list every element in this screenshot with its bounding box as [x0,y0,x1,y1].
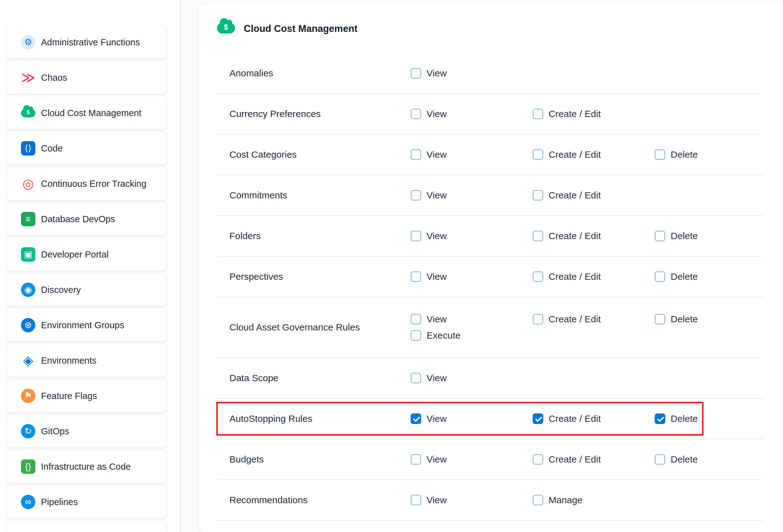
sidebar-item-infrastructure-as-code[interactable]: {} Infrastructure as Code [7,450,166,483]
chaos-icon: ≫ [21,70,35,85]
permission-label: Delete [671,231,698,241]
permission-create-edit[interactable]: Create / Edit [533,413,655,424]
permission-rows: Anomalies View Currency Preferences View… [217,53,763,521]
sidebar-item-database-devops[interactable]: ≡ Database DevOps [7,203,166,235]
permission-view[interactable]: View [411,231,533,241]
checkbox-unchecked[interactable] [533,271,543,282]
permission-view[interactable]: View [411,413,533,424]
checkbox-checked[interactable] [655,413,665,424]
checkbox-unchecked[interactable] [411,149,421,160]
permission-create-edit[interactable]: Create / Edit [533,108,655,119]
checkbox-unchecked[interactable] [655,314,665,324]
checkbox-unchecked[interactable] [655,231,665,241]
permission-view[interactable]: View [411,454,533,465]
checkbox-unchecked[interactable] [655,271,665,282]
permission-create-edit[interactable]: Create / Edit [533,271,655,282]
checkbox-unchecked[interactable] [533,454,543,465]
checkbox-unchecked[interactable] [655,454,665,465]
checkbox-unchecked[interactable] [411,231,421,241]
permission-view[interactable]: View [411,149,533,160]
permission-execute[interactable]: Execute [411,330,533,341]
sidebar-item-gitops[interactable]: ↻ GitOps [7,415,166,447]
checkbox-unchecked[interactable] [533,495,543,505]
sidebar-item-feature-flags[interactable]: ⚑ Feature Flags [7,380,166,412]
permission-view[interactable]: View [411,271,533,282]
resource-label: Cloud Asset Governance Rules [217,322,411,333]
sidebar-item-discovery[interactable]: ◉ Discovery [7,274,166,306]
checkbox-unchecked[interactable] [655,149,665,160]
checkbox-unchecked[interactable] [411,330,421,341]
permission-delete[interactable]: Delete [655,271,777,282]
permission-delete[interactable]: Delete [655,413,777,424]
checkbox-unchecked[interactable] [411,373,421,383]
resource-label: Cost Categories [217,149,411,160]
permission-cells: View Create / Edit Delete [411,231,777,241]
checkbox-checked[interactable] [533,413,543,424]
sidebar-item-environment-groups[interactable]: ⊛ Environment Groups [7,309,166,341]
checkbox-checked[interactable] [411,413,421,424]
sidebar-item-pipelines[interactable]: ∞ Pipelines [7,486,166,518]
permission-label: Delete [671,413,698,424]
permission-delete[interactable]: Delete [655,454,777,465]
checkbox-unchecked[interactable] [533,231,543,241]
permission-row-anomalies: Anomalies View [217,53,763,94]
environments-diamond-icon: ◈ [21,353,35,368]
permission-view[interactable]: View [411,495,533,505]
permission-create-edit[interactable]: Create / Edit [533,314,655,324]
permission-delete[interactable]: Delete [655,149,777,160]
sidebar-item-continuous-error-tracking[interactable]: ◎ Continuous Error Tracking [7,167,166,200]
resource-label: Data Scope [217,373,411,383]
permission-view[interactable]: View [411,373,533,383]
sidebar-item-label: Code [41,143,63,154]
sidebar-item-cloud-cost-management[interactable]: $ Cloud Cost Management [7,97,166,129]
checkbox-unchecked[interactable] [411,190,421,200]
sidebar-item-label: GitOps [41,426,69,437]
checkbox-unchecked[interactable] [533,108,543,119]
checkbox-unchecked[interactable] [411,495,421,505]
permission-view[interactable]: View [411,314,533,324]
permission-view[interactable]: View [411,108,533,119]
sidebar-item-administrative-functions[interactable]: ⚙ Administrative Functions [7,26,166,59]
permission-label: View [427,314,446,324]
sidebar-item-label: Infrastructure as Code [41,462,131,472]
permission-cells: View Create / Edit Delete Execute [411,314,777,341]
permission-view[interactable]: View [411,190,533,200]
permission-view[interactable]: View [411,68,533,79]
gear-icon: ⚙ [21,35,35,50]
permission-label: View [427,413,446,424]
permission-cells: View Create / Edit Delete [411,454,777,465]
permission-row-autostopping-rules: AutoStopping Rules View Create / Edit De… [217,399,763,439]
checkbox-unchecked[interactable] [411,271,421,282]
permission-cells: View Create / Edit [411,190,777,200]
permission-delete[interactable]: Delete [655,314,777,324]
resource-label: Perspectives [217,271,411,282]
permission-create-edit[interactable]: Create / Edit [533,454,655,465]
resource-label: Currency Preferences [217,108,411,119]
sidebar-item-environments[interactable]: ◈ Environments [7,344,166,377]
checkbox-unchecked[interactable] [533,190,543,200]
checkbox-unchecked[interactable] [411,314,421,324]
checkbox-unchecked[interactable] [533,149,543,160]
permission-row-commitments: Commitments View Create / Edit [217,175,763,216]
permission-create-edit[interactable]: Create / Edit [533,190,655,200]
permission-row-currency-preferences: Currency Preferences View Create / Edit [217,94,763,134]
permission-delete[interactable]: Delete [655,231,777,241]
dollar-glyph: $ [224,23,228,31]
iac-braces-icon: {} [21,460,35,474]
permission-create-edit[interactable]: Create / Edit [533,149,655,160]
checkbox-unchecked[interactable] [411,68,421,79]
checkbox-unchecked[interactable] [411,454,421,465]
checkbox-unchecked[interactable] [533,314,543,324]
module-title: Cloud Cost Management [244,23,357,34]
permission-create-edit[interactable]: Create / Edit [533,231,655,241]
sidebar-item-developer-portal[interactable]: ▣ Developer Portal [7,238,166,271]
sidebar-item-chaos[interactable]: ≫ Chaos [7,61,166,94]
sidebar-item-code[interactable]: ⟨⟩ Code [7,132,166,165]
permission-label: View [427,373,446,383]
sidebar-item-policies[interactable]: ☑ Policies [7,521,166,532]
permission-manage[interactable]: Manage [533,495,655,505]
permission-cells: View [411,68,777,79]
checkbox-unchecked[interactable] [411,108,421,119]
flag-icon: ⚑ [21,389,35,403]
permission-label: Execute [427,330,460,341]
